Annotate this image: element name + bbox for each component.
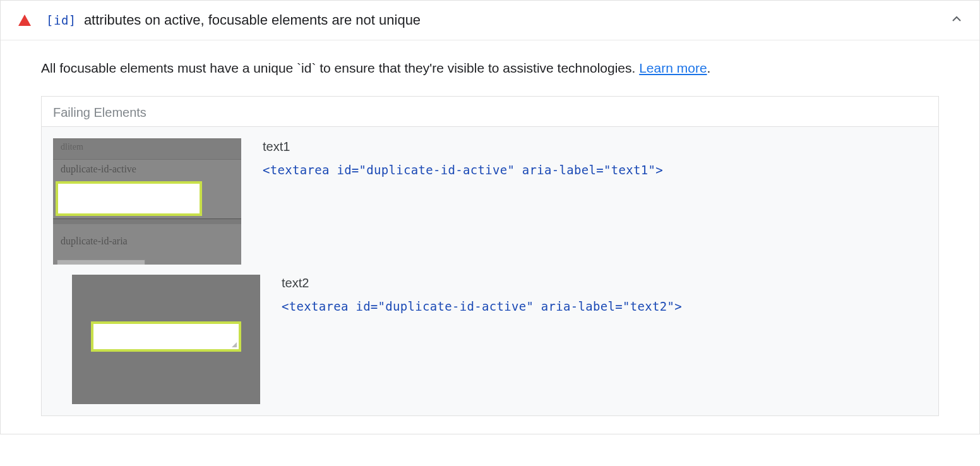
element-info: text1 <textarea id="duplicate-id-active"… [263, 138, 663, 177]
thumb-row: duplicate-id-aria [53, 224, 241, 265]
thumb-label: duplicate-id-active [61, 164, 136, 175]
failing-elements-header: Failing Elements [42, 97, 938, 127]
audit-description-text: All focusable elements must have a uniqu… [41, 61, 639, 75]
audit-description: All focusable elements must have a uniqu… [41, 58, 939, 78]
element-code-snippet: <textarea id="duplicate-id-active" aria-… [282, 299, 682, 313]
element-info: text2 <textarea id="duplicate-id-active"… [282, 275, 682, 313]
audit-title: [id] attributes on active, focusable ele… [46, 12, 421, 28]
element-label: text1 [263, 140, 663, 154]
element-label: text2 [282, 276, 682, 290]
thumb-partial-field [57, 260, 145, 265]
thumb-highlighted-element [91, 321, 241, 352]
audit-item: [id] attributes on active, focusable ele… [0, 0, 980, 434]
failing-element-row[interactable]: dlitem duplicate-id-active duplicate-id-… [42, 127, 938, 268]
audit-title-text: attributes on active, focusable elements… [80, 12, 421, 28]
audit-body: All focusable elements must have a uniqu… [1, 40, 979, 434]
thumb-row-partial: dlitem [53, 138, 241, 160]
element-thumbnail: dlitem duplicate-id-active duplicate-id-… [53, 138, 241, 265]
element-code-snippet: <textarea id="duplicate-id-active" aria-… [263, 163, 663, 177]
learn-more-link[interactable]: Learn more [639, 61, 707, 75]
audit-description-suffix: . [707, 61, 711, 75]
audit-title-code: [id] [46, 13, 76, 27]
thumb-label: duplicate-id-aria [61, 236, 128, 247]
collapse-chevron-icon[interactable] [949, 11, 964, 29]
failing-elements-panel: Failing Elements dlitem duplicate-id-act… [41, 96, 939, 416]
resize-handle-icon [232, 342, 237, 347]
element-thumbnail [72, 275, 260, 404]
failing-elements-body: dlitem duplicate-id-active duplicate-id-… [42, 127, 938, 415]
thumb-highlighted-element [56, 181, 202, 216]
failing-element-row[interactable]: text2 <textarea id="duplicate-id-active"… [42, 268, 938, 415]
audit-header-row[interactable]: [id] attributes on active, focusable ele… [1, 1, 979, 40]
fail-triangle-icon [18, 15, 31, 26]
